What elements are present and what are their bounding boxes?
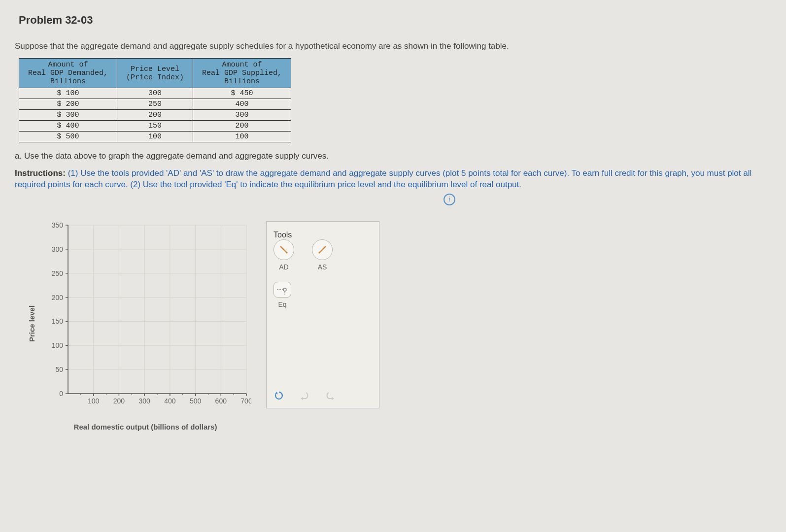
svg-text:300: 300 [138, 397, 150, 405]
table-row: $ 300200300 [19, 110, 291, 121]
instructions-label: Instructions: [15, 168, 66, 178]
table-cell: 300 [117, 88, 193, 99]
svg-text:50: 50 [55, 366, 63, 373]
svg-text:400: 400 [164, 397, 176, 405]
svg-text:100: 100 [52, 341, 64, 349]
svg-marker-68 [332, 397, 334, 400]
table-cell: $ 200 [19, 99, 117, 110]
tool-as-label: AS [318, 263, 327, 271]
problem-title: Problem 32-03 [19, 14, 771, 27]
col-header-supplied: Amount ofReal GDP Supplied,Billions [193, 59, 291, 88]
svg-text:200: 200 [113, 397, 125, 405]
table-cell: $ 450 [193, 88, 291, 99]
svg-text:150: 150 [52, 317, 64, 325]
svg-marker-67 [301, 397, 303, 400]
svg-text:350: 350 [52, 221, 64, 229]
tool-ad-label: AD [279, 263, 288, 271]
info-icon[interactable]: i [444, 194, 455, 205]
svg-point-64 [283, 288, 286, 291]
col-header-demanded: Amount ofReal GDP Demanded,Billions [19, 59, 117, 88]
table-cell: 100 [117, 132, 193, 142]
svg-text:300: 300 [52, 245, 64, 253]
chart-area[interactable]: 0501001502002503003501002003004005006007… [39, 220, 251, 427]
data-table: Amount ofReal GDP Demanded,Billions Pric… [19, 58, 291, 142]
x-axis-label: Real domestic output (billions of dollar… [74, 423, 217, 431]
undo-icon[interactable] [299, 391, 310, 400]
table-cell: 100 [193, 132, 291, 142]
table-cell: $ 300 [19, 110, 117, 121]
table-row: $ 100300$ 450 [19, 88, 291, 99]
svg-text:600: 600 [215, 397, 227, 405]
svg-text:250: 250 [52, 269, 64, 277]
tool-eq-label: Eq [278, 300, 286, 308]
tool-as[interactable]: AS [312, 239, 333, 271]
table-cell: 200 [193, 121, 291, 132]
chart-svg: 0501001502002503003501002003004005006007… [39, 220, 251, 417]
table-row: $ 400150200 [19, 121, 291, 132]
table-cell: 300 [193, 110, 291, 121]
part-a-text: a. Use the data above to graph the aggre… [15, 151, 771, 161]
tools-panel: Tools AD AS [266, 221, 379, 408]
redo-icon[interactable] [325, 391, 336, 400]
svg-marker-66 [275, 392, 278, 395]
tool-eq[interactable]: Eq [273, 282, 291, 308]
table-cell: $ 500 [19, 132, 117, 142]
table-row: $ 500100100 [19, 132, 291, 142]
line-up-icon [312, 239, 333, 260]
svg-line-61 [280, 246, 287, 253]
y-axis-label: Price level [28, 305, 36, 342]
svg-text:700: 700 [240, 397, 251, 405]
reset-icon[interactable] [273, 390, 284, 401]
line-down-icon [273, 239, 294, 260]
tool-ad[interactable]: AD [273, 239, 294, 271]
table-row: $ 200250400 [19, 99, 291, 110]
table-cell: 400 [193, 99, 291, 110]
eq-icon [273, 282, 291, 298]
table-cell: $ 400 [19, 121, 117, 132]
svg-text:500: 500 [190, 397, 202, 405]
col-header-price: Price Level(Price Index) [117, 59, 193, 88]
svg-line-62 [319, 246, 326, 253]
svg-text:100: 100 [88, 397, 100, 405]
table-cell: 250 [117, 99, 193, 110]
table-cell: 150 [117, 121, 193, 132]
instructions-body: (1) Use the tools provided 'AD' and 'AS'… [15, 168, 752, 189]
intro-text: Suppose that the aggregate demand and ag… [15, 41, 771, 51]
instructions-text: Instructions: (1) Use the tools provided… [15, 168, 771, 191]
table-cell: $ 100 [19, 88, 117, 99]
tools-legend: Tools [273, 231, 292, 239]
svg-text:0: 0 [59, 390, 63, 398]
svg-text:200: 200 [52, 293, 64, 301]
table-cell: 200 [117, 110, 193, 121]
